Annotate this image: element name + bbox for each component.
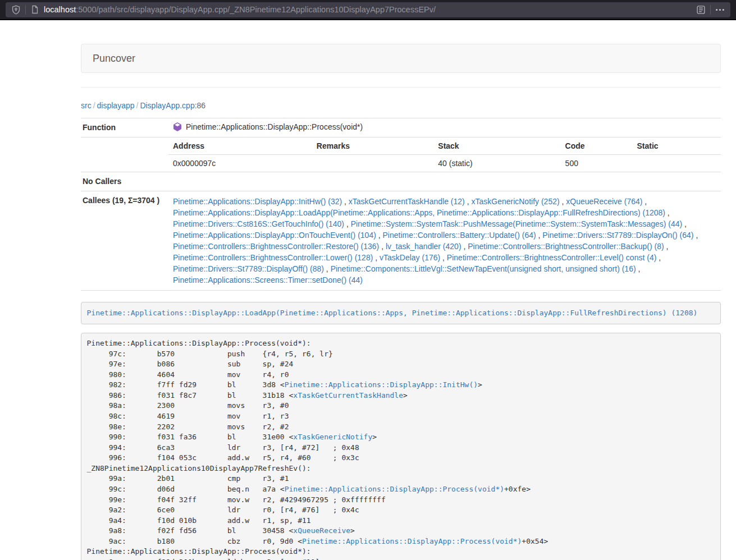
callee-separator: ,: [636, 264, 641, 273]
callee-link[interactable]: xQueueReceive (764): [566, 197, 642, 206]
callees-row: Callees (19, Σ=3704 ) Pinetime::Applicat…: [81, 191, 721, 291]
callers-row: No Callers: [81, 172, 721, 191]
disassembly-listing: Pinetime::Applications::DisplayApp::Proc…: [81, 333, 721, 560]
breadcrumb-separator: /: [135, 101, 140, 110]
callee-separator: ,: [642, 197, 647, 206]
function-name: Pinetime::Applications::DisplayApp::Proc…: [186, 122, 363, 131]
col-remarks: Remarks: [312, 137, 433, 155]
col-stack: Stack: [433, 137, 560, 155]
callee-link[interactable]: Pinetime::Controllers::BrightnessControl…: [173, 253, 373, 262]
callee-separator: ,: [560, 197, 566, 206]
package-icon: [173, 122, 182, 131]
function-row: Function Pinetime::Applications::Display…: [81, 118, 721, 137]
callee-link[interactable]: Pinetime::Controllers::Battery::Update()…: [383, 231, 536, 240]
callee-link[interactable]: Pinetime::Drivers::St7789::DisplayOff() …: [173, 264, 324, 273]
divider: [25, 5, 26, 15]
symbol-link[interactable]: Pinetime::Applications::DisplayApp::Init…: [285, 380, 478, 389]
callee-separator: ,: [665, 208, 670, 217]
page-icon: [30, 5, 39, 14]
reader-mode-icon[interactable]: [696, 5, 706, 15]
more-icon[interactable]: [715, 5, 725, 15]
callee-separator: ,: [656, 253, 661, 262]
callee-link[interactable]: Pinetime::Components::LittleVgl::SetNewT…: [331, 264, 636, 273]
divider: [81, 87, 721, 88]
callee-separator: ,: [664, 242, 669, 251]
url-host: localhost: [44, 5, 76, 14]
symbol-link[interactable]: Pinetime::Applications::DisplayApp::Proc…: [285, 485, 504, 493]
callee-separator: ,: [344, 219, 351, 228]
callee-link[interactable]: Pinetime::Applications::Screens::Timer::…: [173, 276, 363, 284]
symbol-link[interactable]: xTaskGetCurrentTaskHandle: [293, 391, 403, 400]
callee-link[interactable]: Pinetime::Controllers::BrightnessControl…: [173, 242, 379, 251]
navbar: Puncover: [81, 44, 721, 73]
callee-separator: ,: [379, 242, 386, 251]
callee-separator: ,: [682, 219, 687, 228]
url[interactable]: localhost:5000/path/src/displayapp/Displ…: [44, 5, 692, 14]
callee-link[interactable]: Pinetime::Applications::DisplayApp::Init…: [173, 197, 342, 206]
static-value: [633, 155, 721, 172]
callee-link[interactable]: lv_task_handler (420): [386, 242, 461, 251]
breadcrumb-link[interactable]: src: [81, 101, 92, 110]
callee-link[interactable]: Pinetime::Controllers::BrightnessControl…: [447, 253, 656, 262]
selected-callee-link[interactable]: Pinetime::Applications::DisplayApp::Load…: [87, 309, 698, 317]
callee-separator: ,: [536, 231, 543, 240]
symbol-link[interactable]: Pinetime::Applications::DisplayApp::Proc…: [302, 537, 522, 545]
callee-link[interactable]: Pinetime::Applications::DisplayApp::Load…: [173, 208, 665, 217]
breadcrumb-line-number: :86: [195, 101, 205, 110]
function-details-table: Address Remarks Stack Code Static 0x0000…: [168, 137, 721, 172]
divider: [710, 5, 711, 15]
col-address: Address: [168, 137, 312, 155]
remarks-value: [312, 155, 433, 172]
details-row: Address Remarks Stack Code Static 0x0000…: [81, 137, 721, 172]
breadcrumb-link[interactable]: DisplayApp.cpp: [140, 101, 194, 110]
breadcrumb: src/displayapp/DisplayApp.cpp:86: [81, 102, 721, 110]
callee-link[interactable]: Pinetime::Applications::DisplayApp::OnTo…: [173, 231, 376, 240]
callees-list: Pinetime::Applications::DisplayApp::Init…: [168, 191, 721, 291]
callee-separator: ,: [465, 197, 472, 206]
page-content: Puncover src/displayapp/DisplayApp.cpp:8…: [81, 44, 721, 560]
col-static: Static: [633, 137, 721, 155]
function-row-label: Function: [81, 118, 168, 137]
symbol-link[interactable]: xQueueReceive: [293, 526, 350, 535]
address-bar[interactable]: localhost:5000/path/src/displayapp/Displ…: [6, 2, 730, 17]
no-callers-label: No Callers: [81, 172, 168, 191]
callee-link[interactable]: xTaskGenericNotify (252): [471, 197, 559, 206]
col-code: Code: [561, 137, 633, 155]
app-brand[interactable]: Puncover: [81, 44, 147, 72]
callees-label: Callees (19, Σ=3704 ): [81, 191, 168, 291]
callee-separator: ,: [324, 264, 331, 273]
callee-link[interactable]: Pinetime::System::SystemTask::PushMessag…: [351, 219, 683, 228]
callee-separator: ,: [342, 197, 349, 206]
browser-toolbar: localhost:5000/path/src/displayapp/Displ…: [0, 0, 736, 20]
symbol-table: Function Pinetime::Applications::Display…: [81, 118, 721, 291]
function-name-cell: Pinetime::Applications::DisplayApp::Proc…: [168, 118, 721, 137]
selected-callee-box: Pinetime::Applications::DisplayApp::Load…: [81, 302, 721, 324]
breadcrumb-link[interactable]: displayapp: [97, 101, 135, 110]
callee-link[interactable]: xTaskGetCurrentTaskHandle (12): [349, 197, 465, 206]
code-size-value: 500: [561, 155, 633, 172]
table-row: 0x0000097c 40 (static) 500: [168, 155, 721, 172]
shield-icon[interactable]: [11, 5, 21, 15]
callee-separator: ,: [461, 242, 468, 251]
callee-separator: ,: [694, 231, 698, 240]
callee-separator: ,: [440, 253, 447, 262]
breadcrumb-separator: /: [92, 101, 97, 110]
callee-link[interactable]: Pinetime::Controllers::BrightnessControl…: [468, 242, 664, 251]
callee-link[interactable]: vTaskDelay (176): [380, 253, 440, 262]
address-value: 0x0000097c: [168, 155, 312, 172]
callee-link[interactable]: Pinetime::Drivers::St7789::DisplayOn() (…: [542, 231, 693, 240]
callee-link[interactable]: Pinetime::Drivers::Cst816S::GetTouchInfo…: [173, 219, 344, 228]
symbol-link[interactable]: xTaskGenericNotify: [293, 433, 372, 441]
callee-separator: ,: [373, 253, 380, 262]
callee-separator: ,: [376, 231, 383, 240]
details-header-row: Address Remarks Stack Code Static: [168, 137, 721, 155]
stack-value: 40 (static): [433, 155, 560, 172]
url-path: :5000/path/src/displayapp/DisplayApp.cpp…: [76, 5, 436, 14]
